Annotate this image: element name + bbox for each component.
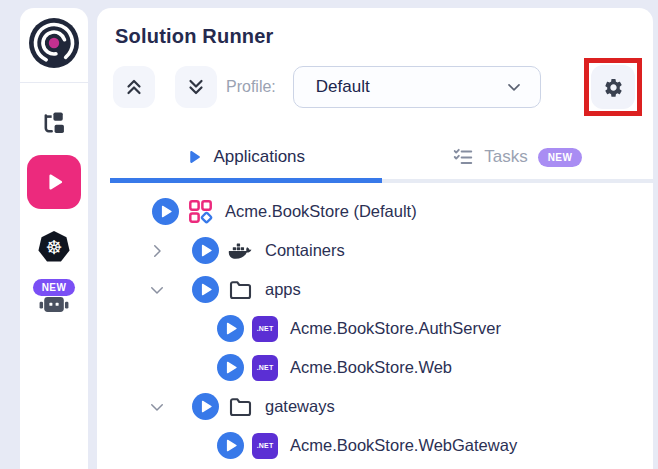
docker-icon: [227, 238, 253, 264]
sidebar-item-solution-explorer[interactable]: [39, 109, 69, 137]
solution-runner-panel: Solution Runner Profile: Default: [97, 8, 653, 469]
tree-item-label: Acme.BookStore.Web: [290, 358, 452, 377]
new-badge: NEW: [33, 279, 76, 296]
double-chevron-down-icon: [185, 76, 207, 98]
play-icon: [186, 148, 203, 166]
checklist-icon: [452, 146, 474, 168]
chevron-down-icon[interactable]: [148, 281, 166, 299]
tab-label: Applications: [213, 147, 305, 167]
play-icon[interactable]: [192, 237, 219, 264]
abp-logo-icon: [27, 16, 81, 70]
settings-button[interactable]: [591, 65, 635, 109]
chevron-down-icon: [504, 77, 524, 97]
collapse-all-button[interactable]: [113, 66, 155, 108]
tree-row[interactable]: Containers: [97, 231, 653, 270]
page-title: Solution Runner: [97, 8, 653, 48]
play-icon[interactable]: [217, 315, 244, 342]
sidebar-item-kubernetes[interactable]: ☸: [38, 231, 70, 263]
activity-sidebar: ☸ NEW: [20, 8, 88, 469]
sidebar-item-solution-runner[interactable]: [27, 155, 81, 209]
expand-all-button[interactable]: [175, 66, 217, 108]
kubernetes-icon: ☸: [38, 231, 70, 263]
settings-highlight-box: [584, 58, 642, 116]
tree: Acme.BookStore (Default)Containersapps.N…: [97, 183, 653, 465]
chevron-right-icon[interactable]: [148, 242, 166, 260]
play-icon[interactable]: [192, 393, 219, 420]
dotnet-icon: .NET: [252, 316, 278, 342]
play-icon[interactable]: [192, 276, 219, 303]
tree-row[interactable]: .NETAcme.BookStore.AuthServer: [97, 309, 653, 348]
gear-icon: [603, 77, 624, 98]
tree-row[interactable]: apps: [97, 270, 653, 309]
profile-select-value: Default: [316, 77, 370, 97]
profile-label: Profile:: [226, 78, 276, 96]
tree-item-label: Containers: [265, 241, 345, 260]
folder-icon: [227, 277, 253, 303]
tab-tasks[interactable]: Tasks NEW: [382, 135, 654, 183]
tree-item-label: Acme.BookStore.WebGateway: [290, 436, 517, 455]
sidebar-divider: [20, 82, 88, 83]
tab-label: Tasks: [484, 147, 527, 167]
play-icon[interactable]: [217, 432, 244, 459]
dotnet-icon: .NET: [252, 433, 278, 459]
double-chevron-up-icon: [123, 76, 145, 98]
new-badge: NEW: [538, 148, 583, 167]
play-icon: [43, 171, 65, 193]
profile-select[interactable]: Default: [293, 66, 541, 108]
dotnet-icon: .NET: [252, 355, 278, 381]
tree-item-label: Acme.BookStore.AuthServer: [290, 319, 501, 338]
folder-icon: [227, 394, 253, 420]
play-icon[interactable]: [152, 198, 179, 225]
tree-row[interactable]: gateways: [97, 387, 653, 426]
tree-row[interactable]: .NETAcme.BookStore.WebGateway: [97, 426, 653, 465]
tree-item-label: Acme.BookStore (Default): [225, 202, 417, 221]
tree-row[interactable]: .NETAcme.BookStore.Web: [97, 348, 653, 387]
tree-row[interactable]: Acme.BookStore (Default): [97, 192, 653, 231]
chevron-down-icon[interactable]: [148, 398, 166, 416]
solution-grid-icon: [187, 199, 213, 225]
tab-applications[interactable]: Applications: [110, 135, 382, 183]
tab-bar: Applications Tasks NEW: [110, 135, 653, 183]
tree-item-label: gateways: [265, 397, 335, 416]
tree-item-label: apps: [265, 280, 301, 299]
toolbar: Profile: Default: [113, 65, 642, 109]
sidebar-item-ai-assistant[interactable]: NEW: [22, 279, 86, 316]
play-icon[interactable]: [217, 354, 244, 381]
solution-tree-icon: [40, 109, 68, 137]
